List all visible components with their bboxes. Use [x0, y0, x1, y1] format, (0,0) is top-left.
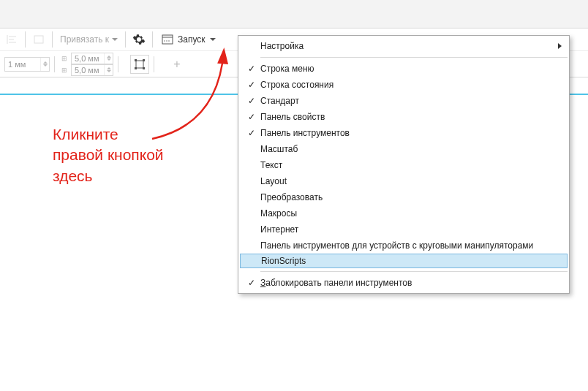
menu-label: Масштаб [260, 144, 556, 154]
menu-item[interactable]: Панель инструментов для устройств с круг… [238, 238, 569, 254]
menu-item[interactable]: Интернет [238, 221, 569, 238]
checkmark-icon: ✓ [243, 278, 260, 288]
menu-separator [260, 271, 568, 272]
separator [25, 31, 26, 48]
align-left-icon[interactable] [3, 31, 20, 48]
app-window-icon [162, 34, 173, 45]
menu-label: Панель инструментов [260, 128, 556, 138]
svg-point-3 [164, 40, 165, 41]
unit-input-1[interactable]: 1 мм [4, 57, 50, 72]
menu-label: Интернет [260, 224, 556, 235]
stepper-arrows[interactable] [104, 53, 113, 64]
checkmark-icon: ✓ [243, 128, 260, 138]
menu-label: Строка меню [260, 64, 556, 74]
checkmark-icon: ✓ [243, 80, 260, 90]
menu-label: Настройка [260, 41, 556, 51]
nudge-y-input[interactable]: 5,0 мм [71, 64, 113, 76]
menu-item[interactable]: ✓Стандарт [238, 93, 569, 109]
menu-item[interactable]: Преобразовать [238, 189, 569, 205]
checkmark-icon: ✓ [243, 64, 260, 74]
separator [152, 31, 153, 48]
svg-point-5 [168, 40, 169, 41]
menu-lock-toolbars[interactable]: ✓ Заблокировать панели инструментов [238, 275, 569, 291]
nudge-x-input[interactable]: 5,0 мм [71, 53, 113, 64]
svg-rect-7 [135, 59, 137, 61]
menu-item[interactable]: Layout [238, 173, 569, 189]
menu-item[interactable]: ✓Панель свойств [238, 109, 569, 125]
chevron-down-icon [210, 38, 216, 41]
nudge-group: ⊞ 5,0 мм ⊞ 5,0 мм [59, 53, 113, 76]
plus-icon[interactable]: + [167, 55, 186, 74]
menu-label: Панель инструментов для устройств с круг… [260, 240, 556, 251]
nudge-y-value: 5,0 мм [75, 66, 104, 75]
menu-item[interactable]: Текст [238, 157, 569, 173]
separator [54, 56, 55, 72]
unit-value: 1 мм [8, 60, 40, 69]
menu-label: Текст [260, 160, 556, 170]
title-bar-area [0, 0, 588, 28]
menu-customize[interactable]: Настройка [238, 38, 569, 54]
svg-rect-8 [143, 59, 145, 61]
menu-item[interactable]: ✓Строка меню [238, 61, 569, 77]
menu-label: Панель свойств [260, 112, 556, 122]
menu-label: RionScripts [261, 256, 554, 266]
hint-annotation: Кликните правой кнопкой здесь [53, 124, 164, 186]
launch-label: Запуск [178, 34, 206, 45]
svg-rect-9 [135, 67, 137, 69]
menu-label: Layout [260, 176, 556, 186]
frame-icon[interactable] [130, 55, 149, 74]
separator [118, 56, 118, 72]
svg-rect-6 [136, 61, 143, 68]
separator [52, 31, 53, 48]
menu-label: Макросы [260, 208, 556, 219]
svg-rect-10 [143, 67, 145, 69]
nudge-x-icon: ⊞ [59, 55, 69, 62]
stepper-arrows[interactable] [104, 65, 113, 75]
menu-separator [260, 57, 568, 58]
snap-label: Привязать к [60, 34, 109, 45]
menu-item[interactable]: ✓Панель инструментов [238, 125, 569, 141]
menu-label: Стандарт [260, 96, 556, 106]
checkmark-icon: ✓ [243, 112, 260, 122]
nudge-x-value: 5,0 мм [75, 54, 104, 63]
svg-point-4 [166, 40, 167, 41]
svg-rect-0 [34, 36, 43, 43]
nudge-y-icon: ⊞ [59, 67, 69, 74]
hint-line-3: здесь [53, 166, 164, 186]
gear-icon[interactable] [130, 31, 148, 48]
hint-line-1: Кликните [53, 124, 164, 145]
checkmark-icon: ✓ [243, 96, 260, 106]
menu-label: Преобразовать [260, 192, 556, 202]
svg-rect-1 [162, 35, 173, 44]
separator [125, 31, 126, 48]
menu-item[interactable]: Макросы [238, 205, 569, 221]
launch-button[interactable]: Запуск [157, 31, 220, 48]
snap-dropdown[interactable]: Привязать к [57, 31, 121, 48]
menu-rionscripts[interactable]: RionScripts [240, 254, 568, 268]
chevron-right-icon [558, 43, 562, 49]
separator [154, 56, 154, 72]
menu-label: Строка состояния [260, 80, 556, 90]
menu-item[interactable]: Масштаб [238, 141, 569, 157]
toolbar-context-menu: Настройка ✓Строка меню✓Строка состояния✓… [238, 35, 570, 294]
rectangle-icon[interactable] [30, 31, 48, 48]
menu-item[interactable]: ✓Строка состояния [238, 77, 569, 93]
hint-line-2: правой кнопкой [53, 145, 164, 165]
chevron-down-icon [112, 38, 118, 41]
stepper-arrows[interactable] [40, 58, 49, 71]
menu-label: Заблокировать панели инструментов [260, 278, 556, 288]
